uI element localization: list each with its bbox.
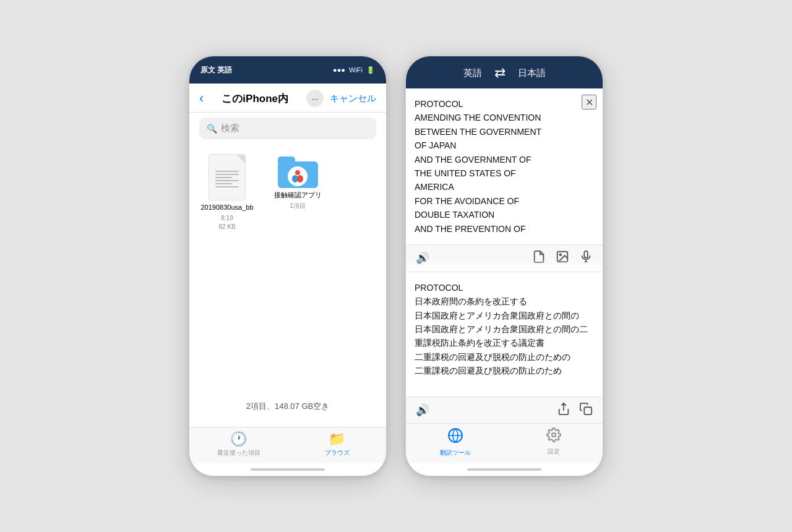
doc-lines <box>215 171 239 187</box>
source-text: PROTOCOLAMENDING THE CONVENTIONBETWEEN T… <box>406 88 603 244</box>
folder-icon <box>278 154 318 188</box>
doc-line-6 <box>215 186 239 187</box>
translate-svg <box>447 427 463 444</box>
wifi-icon: WiFi <box>349 66 363 74</box>
fade-overlay <box>406 259 603 272</box>
gear-svg <box>546 427 561 442</box>
left-status-bar: 原文 英語 ●●● WiFi 🔋 <box>189 56 386 84</box>
back-button[interactable]: ‹ <box>199 90 204 106</box>
recent-icon: 🕐 <box>230 431 247 447</box>
ellipsis-icon: ··· <box>312 94 319 103</box>
search-placeholder: 検索 <box>221 122 239 134</box>
left-phone: 原文 英語 ●●● WiFi 🔋 ‹ このiPhone内 ··· キャンセル 🔍… <box>189 56 387 476</box>
browse-icon: 📁 <box>329 431 345 447</box>
tab-recent[interactable]: 🕐 最近使った項目 <box>189 431 288 457</box>
file-meta-2: 1項目 <box>290 202 306 210</box>
result-section: PROTOCOL日本政府間の条約を改正する日本国政府とアメリカ合衆国政府との間の… <box>406 272 603 423</box>
svg-point-14 <box>552 433 556 437</box>
translate-icon <box>447 427 463 447</box>
document-icon <box>209 154 246 200</box>
file-size: 82 KB <box>218 223 235 230</box>
right-home-bar <box>467 468 541 471</box>
tab-recent-label: 最近使った項目 <box>217 448 260 457</box>
result-toolbar: 🔊 <box>406 397 603 423</box>
settings-icon <box>546 427 561 446</box>
more-button[interactable]: ··· <box>306 90 324 107</box>
svg-rect-12 <box>584 407 592 414</box>
home-bar <box>251 468 325 471</box>
lang-from-label: 英語 <box>463 67 482 79</box>
doc-line-3 <box>215 177 232 178</box>
right-phone: 英語 ⇄ 日本語 PROTOCOLAMENDING THE CONVENTION… <box>405 56 603 476</box>
doc-line-2 <box>215 174 239 175</box>
result-actions <box>557 402 593 418</box>
battery-icon: 🔋 <box>366 66 375 74</box>
left-header-title: 原文 英語 <box>200 65 232 75</box>
tab-translate-tool[interactable]: 翻訳ツール <box>406 427 504 457</box>
lang-to-label: 日本語 <box>518 67 546 79</box>
speaker-icon-result[interactable]: 🔊 <box>416 403 429 417</box>
tab-settings-label: 設定 <box>548 447 560 456</box>
right-tab-bar: 翻訳ツール 設定 <box>406 423 603 463</box>
svg-rect-1 <box>278 157 295 165</box>
copy-icon[interactable] <box>579 402 593 418</box>
signal-icon: ●●● <box>333 66 345 74</box>
swap-icon[interactable]: ⇄ <box>494 65 506 81</box>
close-button[interactable]: ✕ <box>582 95 596 109</box>
doc-line-1 <box>215 171 239 172</box>
cancel-button[interactable]: キャンセル <box>330 93 376 105</box>
svg-point-5 <box>297 175 303 182</box>
svg-point-3 <box>295 170 300 175</box>
file-meta-1: 8:19 82 KB <box>218 214 235 231</box>
share-icon[interactable] <box>557 402 570 418</box>
files-area: 20190830usa_bb 8:19 82 KB <box>189 144 386 427</box>
nav-title: このiPhone内 <box>222 92 288 106</box>
file-item-document[interactable]: 20190830usa_bb 8:19 82 KB <box>199 154 255 231</box>
svg-point-7 <box>559 254 561 255</box>
tab-settings[interactable]: 設定 <box>504 427 603 457</box>
svg-point-2 <box>288 166 308 186</box>
right-header: 英語 ⇄ 日本語 <box>406 56 603 88</box>
file-name-1: 20190830usa_bb <box>200 203 253 212</box>
folder-svg <box>278 154 318 188</box>
tab-translate-label: 翻訳ツール <box>440 448 471 457</box>
file-name-2: 接触確認アプリ <box>274 191 322 199</box>
home-indicator <box>189 463 386 476</box>
source-panel: PROTOCOLAMENDING THE CONVENTIONBETWEEN T… <box>406 88 603 272</box>
nav-actions: ··· キャンセル <box>306 90 376 107</box>
tab-browse-label: ブラウズ <box>325 448 350 457</box>
status-icons: ●●● WiFi 🔋 <box>333 66 375 74</box>
search-bar[interactable]: 🔍 検索 <box>199 118 376 139</box>
doc-line-4 <box>215 180 239 181</box>
files-footer: 2項目、148.07 GB空き <box>199 393 376 417</box>
nav-bar: ‹ このiPhone内 ··· キャンセル <box>189 84 386 113</box>
file-item-folder[interactable]: 接触確認アプリ 1項目 <box>270 154 325 231</box>
files-grid: 20190830usa_bb 8:19 82 KB <box>199 154 376 231</box>
svg-rect-8 <box>584 251 588 258</box>
search-icon: 🔍 <box>207 124 217 134</box>
source-text-content: PROTOCOLAMENDING THE CONVENTIONBETWEEN T… <box>415 99 541 234</box>
right-home-indicator <box>406 463 603 476</box>
tab-browse[interactable]: 📁 ブラウズ <box>288 431 386 457</box>
file-time: 8:19 <box>221 215 233 221</box>
left-tab-bar: 🕐 最近使った項目 📁 ブラウズ <box>189 427 386 463</box>
translated-text-content: PROTOCOL日本政府間の条約を改正する日本国政府とアメリカ合衆国政府との間の… <box>415 283 588 375</box>
translated-text: PROTOCOL日本政府間の条約を改正する日本国政府とアメリカ合衆国政府との間の… <box>406 272 603 397</box>
doc-line-5 <box>215 183 232 184</box>
